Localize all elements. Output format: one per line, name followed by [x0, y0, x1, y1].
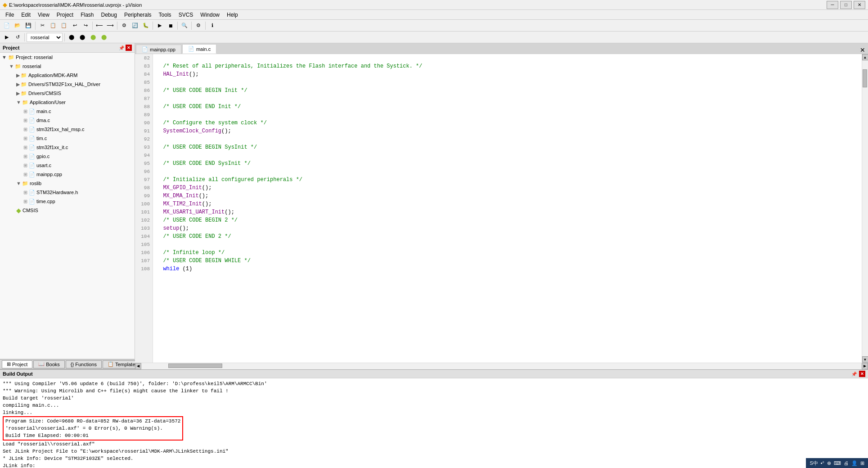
h-scroll-right-btn[interactable]: ▶ [862, 363, 868, 369]
tree-item[interactable]: ▶📁Drivers/STM32F1xx_HAL_Driver [0, 80, 135, 89]
run-btn[interactable]: ▶ [155, 21, 165, 31]
tree-label: Drivers/CMSIS [28, 89, 61, 97]
new-file-btn[interactable]: 📄 [2, 21, 12, 31]
menu-item-flash[interactable]: Flash [77, 10, 97, 19]
copy-btn[interactable]: 📋 [48, 21, 58, 31]
folder-icon: 📁 [15, 62, 21, 70]
save-btn[interactable]: 💾 [23, 21, 33, 31]
build-pin-btn[interactable]: 📌 [851, 371, 857, 377]
tray-icon[interactable]: •° [821, 460, 824, 466]
rebuild-btn[interactable]: 🔄 [130, 21, 140, 31]
tree-item[interactable]: ▶📁Drivers/CMSIS [0, 89, 135, 98]
tray-icon[interactable]: 👤 [851, 460, 858, 466]
target-select[interactable]: rosserial [27, 33, 63, 42]
back-btn[interactable]: ⟵ [94, 21, 104, 31]
fwd-btn[interactable]: ⟶ [105, 21, 115, 31]
h-scroll-thumb[interactable] [168, 363, 222, 368]
h-scroll-track[interactable] [141, 363, 862, 369]
redo-btn[interactable]: ↪ [81, 21, 90, 31]
scrollbar-thumb[interactable] [863, 69, 867, 87]
panel-close-btn[interactable]: ✕ [126, 45, 132, 51]
file-icon: 📄 [29, 107, 35, 115]
arrow-btn1[interactable]: ⬤ [67, 32, 76, 42]
tray-icon[interactable]: S中 [810, 460, 818, 467]
tree-item[interactable]: ▼ 📁Project: rosserial [0, 53, 135, 62]
tree-item[interactable]: ⊞📄mainpp.cpp [0, 170, 135, 179]
build-line: JLink info: [3, 462, 865, 468]
arrow-btn2[interactable]: ⬤ [77, 32, 87, 42]
menu-item-window[interactable]: Window [197, 10, 223, 19]
h-scroll-left-btn[interactable]: ◀ [135, 363, 141, 369]
tree-item[interactable]: ⊞📄usart.c [0, 161, 135, 170]
tree-item[interactable]: ⊞📄main.c [0, 107, 135, 116]
project-tree[interactable]: ▼ 📁Project: rosserial▼📁rosserial▶📁Applic… [0, 53, 135, 359]
tree-item[interactable]: ⊞📄stm32f1xx_it.c [0, 143, 135, 152]
horizontal-scrollbar[interactable]: ◀ ▶ [135, 363, 868, 369]
minimize-button[interactable]: ─ [827, 1, 838, 9]
menu-item-project[interactable]: Project [53, 10, 77, 19]
code-content[interactable]: /* Reset of all peripherals, Initializes… [153, 54, 862, 363]
bottom-tab-project[interactable]: ⊞Project [2, 360, 32, 368]
menu-item-tools[interactable]: Tools [155, 10, 175, 19]
sep2 [64, 33, 65, 41]
arrow-btn4[interactable]: ⬤ [99, 32, 109, 42]
tree-item[interactable]: ⊞📄time.cpp [0, 197, 135, 206]
settings-btn[interactable]: ⚙ [193, 21, 203, 31]
sep7 [205, 22, 206, 30]
bottom-tab-books[interactable]: 📖Books [33, 360, 65, 368]
tree-item[interactable]: ⊞📄tim.c [0, 134, 135, 143]
menu-item-file[interactable]: File [2, 10, 18, 19]
editor-tab-mainppcpp[interactable]: 📄mainpp.cpp [136, 45, 181, 54]
highlight-region: Program Size: Code=9680 RO-data=852 RW-d… [3, 416, 183, 441]
menu-item-edit[interactable]: Edit [18, 10, 34, 19]
menu-item-view[interactable]: View [34, 10, 53, 19]
tray-icon[interactable]: ⊞ [860, 460, 864, 466]
tree-item[interactable]: ◆CMSIS [0, 206, 135, 215]
stop-btn[interactable]: ⏹ [166, 21, 175, 31]
tray-icon[interactable]: ⌨ [834, 460, 841, 466]
build-btn[interactable]: ▶ [2, 32, 12, 42]
scroll-up-btn[interactable]: ▲ [862, 54, 868, 60]
code-editor[interactable]: 8283848586878889909192939495969798991001… [135, 54, 868, 363]
tree-item[interactable]: ▼📁rosserial [0, 62, 135, 71]
close-button[interactable]: ✕ [854, 1, 865, 9]
menu-item-svcs[interactable]: SVCS [175, 10, 197, 19]
bottom-tab-functions[interactable]: {}Functions [66, 360, 102, 368]
build-output-content[interactable]: *** Using Compiler 'V5.06 update 6 (buil… [0, 378, 868, 468]
scroll-down-btn[interactable]: ▼ [862, 356, 868, 363]
tree-item[interactable]: ⊞📄stm32f1xx_hal_msp.c [0, 125, 135, 134]
file-expand-icon: ⊞ [23, 134, 27, 142]
tab-icon: 📖 [38, 361, 45, 367]
paste-btn[interactable]: 📋 [59, 21, 69, 31]
rebuild-btn[interactable]: ↺ [13, 32, 22, 42]
editor-tab-mainc[interactable]: 📄main.c [182, 44, 216, 54]
tree-item[interactable]: ⊞📄STM32Hardware.h [0, 188, 135, 197]
undo-btn[interactable]: ↩ [70, 21, 80, 31]
tray-icon[interactable]: ⊕ [827, 460, 831, 466]
build-btn[interactable]: ⚙ [119, 21, 129, 31]
close-all-btn[interactable]: ✕ [860, 46, 865, 54]
menu-item-help[interactable]: Help [223, 10, 242, 19]
tree-item[interactable]: ▼📁Application/User [0, 98, 135, 107]
scrollbar-track[interactable] [862, 60, 868, 356]
tree-item[interactable]: ▼📁roslib [0, 179, 135, 188]
editor-scrollbar[interactable]: ▲ ▼ [862, 54, 868, 363]
tray-icon[interactable]: 🖨 [844, 460, 849, 466]
tree-item[interactable]: ▶📁Application/MDK-ARM [0, 71, 135, 80]
panel-pin-btn[interactable]: 📌 [118, 45, 125, 51]
search-btn[interactable]: 🔍 [180, 21, 189, 31]
menu-item-debug[interactable]: Debug [98, 10, 121, 19]
highlighted-line: Build Time Elapsed: 00:00:01 [5, 432, 180, 439]
code-line [157, 111, 858, 119]
cut-btn[interactable]: ✂ [37, 21, 47, 31]
menu-item-peripherals[interactable]: Peripherals [121, 10, 155, 19]
dbg-btn[interactable]: 🐛 [141, 21, 151, 31]
tree-item[interactable]: ⊞📄gpio.c [0, 152, 135, 161]
maximize-button[interactable]: □ [840, 1, 852, 9]
build-close-btn[interactable]: ✕ [859, 371, 865, 377]
info-btn[interactable]: ℹ [207, 21, 217, 31]
tree-item[interactable]: ⊞📄dma.c [0, 116, 135, 125]
arrow-btn3[interactable]: ⬤ [88, 32, 98, 42]
tab-label: Project [12, 362, 27, 367]
open-btn[interactable]: 📂 [13, 21, 22, 31]
